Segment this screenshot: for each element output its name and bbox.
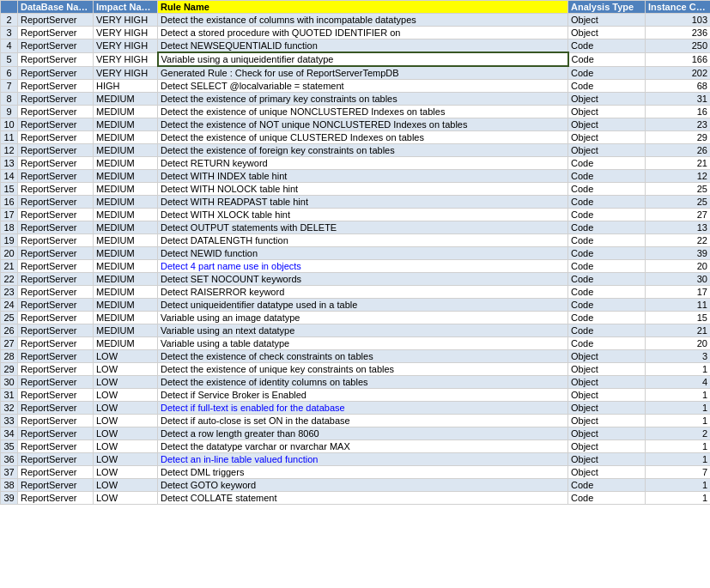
- col-header-impact[interactable]: Impact Name: [94, 1, 158, 14]
- table-row: 13ReportServerMEDIUMDetect RETURN keywor…: [1, 157, 711, 170]
- row-number: 23: [1, 286, 18, 299]
- cell-rule: Detect uniqueidentifier datatype used in…: [158, 299, 568, 312]
- cell-analysis: Code: [568, 66, 646, 80]
- cell-impact: LOW: [94, 415, 158, 427]
- cell-impact: MEDIUM: [94, 324, 158, 337]
- cell-count: 1: [646, 492, 711, 505]
- cell-count: 39: [646, 247, 711, 260]
- row-number: 15: [1, 183, 18, 196]
- cell-count: 21: [646, 157, 711, 170]
- table-row: 19ReportServerMEDIUMDetect DATALENGTH fu…: [1, 234, 711, 247]
- row-number: 10: [1, 118, 18, 131]
- cell-rule: Detect the existence of check constraint…: [158, 350, 568, 363]
- cell-count: 15: [646, 312, 711, 324]
- cell-impact: MEDIUM: [94, 183, 158, 196]
- cell-analysis: Object: [568, 363, 646, 376]
- cell-db: ReportServer: [18, 144, 94, 157]
- cell-db: ReportServer: [18, 453, 94, 466]
- cell-count: 1: [646, 479, 711, 492]
- cell-analysis: Object: [568, 453, 646, 466]
- cell-rule: Detect the existence of unique NONCLUSTE…: [158, 106, 568, 118]
- cell-count: 27: [646, 209, 711, 221]
- cell-impact: LOW: [94, 376, 158, 389]
- row-number: 13: [1, 157, 18, 170]
- cell-rule: Detect WITH NOLOCK table hint: [158, 183, 568, 196]
- cell-analysis: Code: [568, 492, 646, 505]
- row-number: 16: [1, 196, 18, 209]
- cell-count: 166: [646, 52, 711, 66]
- table-row: 17ReportServerMEDIUMDetect WITH XLOCK ta…: [1, 209, 711, 221]
- cell-count: 29: [646, 131, 711, 144]
- cell-rule: Detect the existence of unique CLUSTERED…: [158, 131, 568, 144]
- row-number: 3: [1, 27, 18, 39]
- cell-db: ReportServer: [18, 299, 94, 312]
- cell-db: ReportServer: [18, 479, 94, 492]
- cell-rule: Detect if full-text is enabled for the d…: [158, 402, 568, 415]
- cell-count: 7: [646, 466, 711, 479]
- cell-db: ReportServer: [18, 93, 94, 106]
- cell-analysis: Object: [568, 427, 646, 440]
- cell-db: ReportServer: [18, 234, 94, 247]
- cell-impact: MEDIUM: [94, 260, 158, 273]
- cell-count: 1: [646, 453, 711, 466]
- cell-db: ReportServer: [18, 183, 94, 196]
- cell-db: ReportServer: [18, 273, 94, 286]
- cell-count: 2: [646, 427, 711, 440]
- table-row: 25ReportServerMEDIUMVariable using an im…: [1, 312, 711, 324]
- row-number: 39: [1, 492, 18, 505]
- table-row: 32ReportServerLOWDetect if full-text is …: [1, 402, 711, 415]
- table-row: 5ReportServerVERY HIGHVariable using a u…: [1, 52, 711, 66]
- cell-count: 25: [646, 183, 711, 196]
- cell-count: 30: [646, 273, 711, 286]
- cell-db: ReportServer: [18, 286, 94, 299]
- table-row: 34ReportServerLOWDetect a row length gre…: [1, 427, 711, 440]
- cell-count: 4: [646, 376, 711, 389]
- cell-impact: MEDIUM: [94, 131, 158, 144]
- cell-db: ReportServer: [18, 337, 94, 350]
- cell-count: 20: [646, 260, 711, 273]
- cell-rule: Detect RETURN keyword: [158, 157, 568, 170]
- cell-count: 11: [646, 299, 711, 312]
- row-number: 11: [1, 131, 18, 144]
- cell-analysis: Object: [568, 415, 646, 427]
- row-number: 27: [1, 337, 18, 350]
- row-number: 24: [1, 299, 18, 312]
- cell-analysis: Code: [568, 183, 646, 196]
- table-row: 21ReportServerMEDIUMDetect 4 part name u…: [1, 260, 711, 273]
- cell-db: ReportServer: [18, 415, 94, 427]
- col-header-db[interactable]: DataBase Name: [18, 1, 94, 14]
- row-number: 4: [1, 39, 18, 53]
- cell-db: ReportServer: [18, 170, 94, 183]
- cell-analysis: Code: [568, 247, 646, 260]
- cell-count: 1: [646, 415, 711, 427]
- table-row: 31ReportServerLOWDetect if Service Broke…: [1, 389, 711, 402]
- cell-analysis: Object: [568, 144, 646, 157]
- row-number: 17: [1, 209, 18, 221]
- row-number: 38: [1, 479, 18, 492]
- row-number: 9: [1, 106, 18, 118]
- cell-analysis: Object: [568, 131, 646, 144]
- cell-count: 3: [646, 350, 711, 363]
- cell-db: ReportServer: [18, 66, 94, 80]
- cell-rule: Variable using an ntext datatype: [158, 324, 568, 337]
- cell-db: ReportServer: [18, 80, 94, 93]
- cell-analysis: Code: [568, 273, 646, 286]
- table-row: 12ReportServerMEDIUMDetect the existence…: [1, 144, 711, 157]
- cell-rule: Detect the existence of foreign key cons…: [158, 144, 568, 157]
- row-number: 6: [1, 66, 18, 80]
- col-header-analysis[interactable]: Analysis Type: [568, 1, 646, 14]
- row-number: 37: [1, 466, 18, 479]
- cell-rule: Detect a stored procedure with QUOTED ID…: [158, 27, 568, 39]
- cell-db: ReportServer: [18, 247, 94, 260]
- col-header-rule[interactable]: Rule Name: [158, 1, 568, 14]
- col-header-count[interactable]: Instance Count: [646, 1, 711, 14]
- table-row: 10ReportServerMEDIUMDetect the existence…: [1, 118, 711, 131]
- table-row: 14ReportServerMEDIUMDetect WITH INDEX ta…: [1, 170, 711, 183]
- cell-count: 202: [646, 66, 711, 80]
- cell-impact: MEDIUM: [94, 93, 158, 106]
- cell-db: ReportServer: [18, 118, 94, 131]
- cell-db: ReportServer: [18, 52, 94, 66]
- table-row: 18ReportServerMEDIUMDetect OUTPUT statem…: [1, 221, 711, 234]
- row-number: 22: [1, 273, 18, 286]
- cell-db: ReportServer: [18, 363, 94, 376]
